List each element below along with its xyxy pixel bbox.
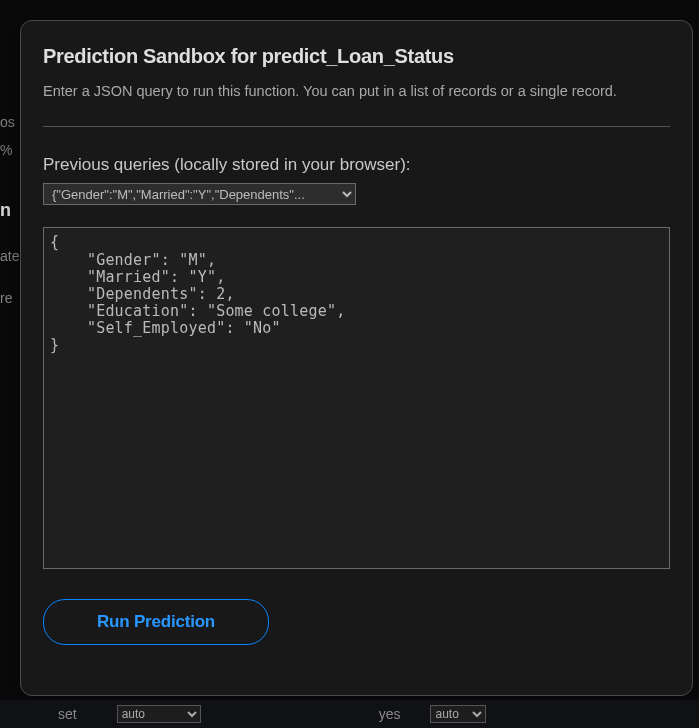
bottom-toolbar: set auto yes auto (0, 700, 699, 728)
bg-text-fragment: n (0, 200, 11, 221)
modal-subtitle: Enter a JSON query to run this function.… (43, 80, 670, 102)
divider (43, 126, 670, 127)
bottom-select-1[interactable]: auto (117, 705, 201, 723)
previous-queries-select[interactable]: {"Gender":"M","Married":"Y","Dependents"… (43, 183, 356, 205)
prediction-sandbox-modal: Prediction Sandbox for predict_Loan_Stat… (20, 20, 693, 696)
modal-title: Prediction Sandbox for predict_Loan_Stat… (43, 45, 670, 68)
json-query-textarea[interactable] (43, 227, 670, 569)
bg-text-fragment: % (0, 142, 12, 158)
bg-text-fragment: os (0, 114, 15, 130)
bottom-label-yes: yes (379, 706, 401, 722)
bg-text-fragment: ate (0, 248, 19, 264)
bottom-select-2[interactable]: auto (430, 705, 486, 723)
previous-queries-label: Previous queries (locally stored in your… (43, 155, 670, 175)
bottom-label-set: set (58, 706, 77, 722)
run-prediction-button[interactable]: Run Prediction (43, 599, 269, 645)
bg-text-fragment: re (0, 290, 12, 306)
